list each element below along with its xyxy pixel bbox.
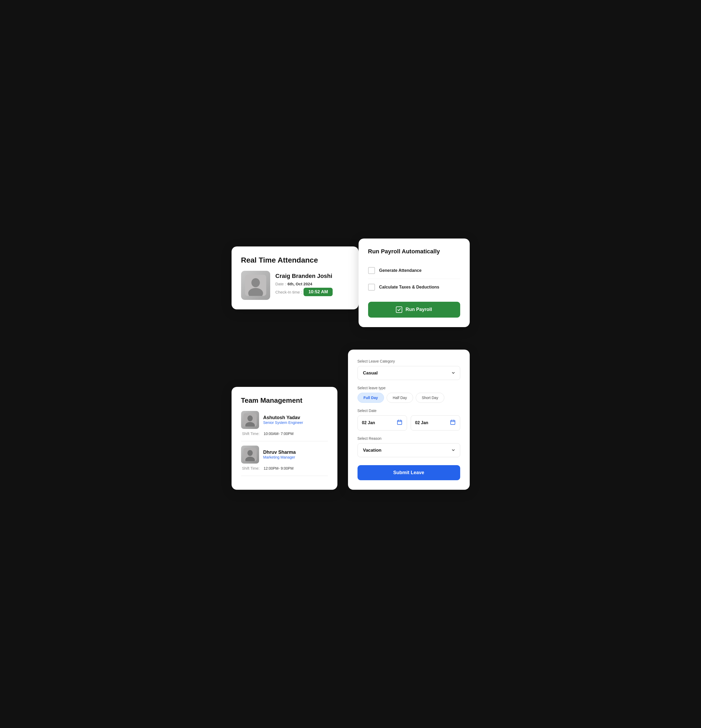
- generate-attendance-option[interactable]: Generate Attendance: [368, 262, 460, 279]
- date-group: Select Date 02 Jan 02 Jan: [358, 409, 460, 430]
- date-inputs: 02 Jan 02 Jan: [358, 415, 460, 430]
- leave-type-half-day[interactable]: Half Day: [387, 393, 413, 403]
- checkin-badge: 10:52 AM: [304, 288, 333, 296]
- team-member: Ashutosh Yadav Senior System Engineer Sh…: [241, 411, 328, 436]
- svg-point-4: [248, 415, 253, 421]
- attendance-title: Real Time Attendance: [241, 256, 349, 264]
- date-row: Date : 6th, Oct 2024: [275, 282, 333, 286]
- leave-type-label: Select leave type: [358, 386, 460, 390]
- member-role-1: Senior System Engineer: [263, 420, 303, 425]
- avatar: [241, 271, 270, 300]
- calendar-to-icon: [450, 419, 456, 426]
- shift-row-1: Shift Time: 10:00AM- 7:00PM: [241, 432, 328, 436]
- member-avatar-2: [241, 446, 259, 464]
- leave-type-group: Select leave type Full Day Half Day Shor…: [358, 386, 460, 403]
- team-title: Team Management: [241, 396, 328, 404]
- date-to-input[interactable]: 02 Jan: [411, 415, 460, 430]
- date-to-value: 02 Jan: [415, 420, 447, 425]
- shift-time-1: 10:00AM- 7:00PM: [264, 432, 294, 436]
- svg-point-7: [248, 450, 253, 456]
- checkin-label: Check-In time :: [275, 290, 302, 294]
- generate-attendance-label: Generate Attendance: [379, 268, 421, 273]
- shift-time-2: 12:00PM- 9:00PM: [264, 466, 294, 471]
- date-value: 6th, Oct 2024: [288, 282, 312, 286]
- team-card: Team Management Ashutosh Yadav Senior Sy…: [232, 387, 337, 490]
- member-name-2: Dhruv Sharma: [263, 449, 296, 455]
- reason-group: Select Reason Vacation: [358, 436, 460, 457]
- run-payroll-label: Run Payroll: [406, 307, 432, 312]
- date-label: Date :: [275, 282, 286, 286]
- reason-select[interactable]: Vacation: [358, 443, 460, 457]
- calculate-taxes-option[interactable]: Calculate Taxes & Deductions: [368, 279, 460, 295]
- date-from-value: 02 Jan: [362, 420, 394, 425]
- shift-row-2: Shift Time: 12:00PM- 9:00PM: [241, 466, 328, 471]
- member-divider-2: [241, 476, 328, 476]
- member-role-2: Marketing Manager: [263, 455, 296, 459]
- person-info: Craig Branden Joshi Date : 6th, Oct 2024…: [275, 273, 333, 298]
- calendar-from-icon: [397, 419, 403, 426]
- member-top: Dhruv Sharma Marketing Manager: [241, 446, 328, 464]
- checkin-row: Check-In time : 10:52 AM: [275, 288, 333, 296]
- payroll-card: Run Payroll Automatically Generate Atten…: [359, 238, 470, 327]
- leave-type-full-day[interactable]: Full Day: [358, 393, 384, 403]
- run-payroll-check-icon: [396, 306, 402, 313]
- attendance-card: Real Time Attendance Craig Branden Joshi…: [232, 247, 359, 309]
- person-name: Craig Branden Joshi: [275, 273, 333, 280]
- svg-rect-9: [397, 420, 402, 425]
- generate-attendance-checkbox[interactable]: [368, 267, 375, 274]
- leave-category-group: Select Leave Category Casual: [358, 359, 460, 380]
- category-label: Select Leave Category: [358, 359, 460, 363]
- payroll-title: Run Payroll Automatically: [368, 248, 460, 255]
- svg-rect-13: [450, 420, 455, 425]
- date-from-input[interactable]: 02 Jan: [358, 415, 407, 430]
- shift-label-1: Shift Time:: [242, 432, 259, 436]
- team-member: Dhruv Sharma Marketing Manager Shift Tim…: [241, 446, 328, 471]
- calculate-taxes-checkbox[interactable]: [368, 284, 375, 290]
- member-top: Ashutosh Yadav Senior System Engineer: [241, 411, 328, 429]
- category-select[interactable]: Casual: [358, 366, 460, 380]
- date-label: Select Date: [358, 409, 460, 413]
- leave-form-card: Select Leave Category Casual Select leav…: [348, 350, 470, 490]
- member-avatar: [241, 411, 259, 429]
- attendance-person: Craig Branden Joshi Date : 6th, Oct 2024…: [241, 271, 349, 300]
- member-name-1: Ashutosh Yadav: [263, 415, 303, 420]
- calculate-taxes-label: Calculate Taxes & Deductions: [379, 285, 439, 290]
- reason-label: Select Reason: [358, 436, 460, 441]
- leave-type-short-day[interactable]: Short Day: [416, 393, 444, 403]
- leave-type-buttons: Full Day Half Day Short Day: [358, 393, 460, 403]
- shift-label-2: Shift Time:: [242, 466, 259, 471]
- submit-leave-button[interactable]: Submit Leave: [358, 465, 460, 480]
- svg-point-1: [251, 278, 260, 287]
- run-payroll-button[interactable]: Run Payroll: [368, 302, 460, 318]
